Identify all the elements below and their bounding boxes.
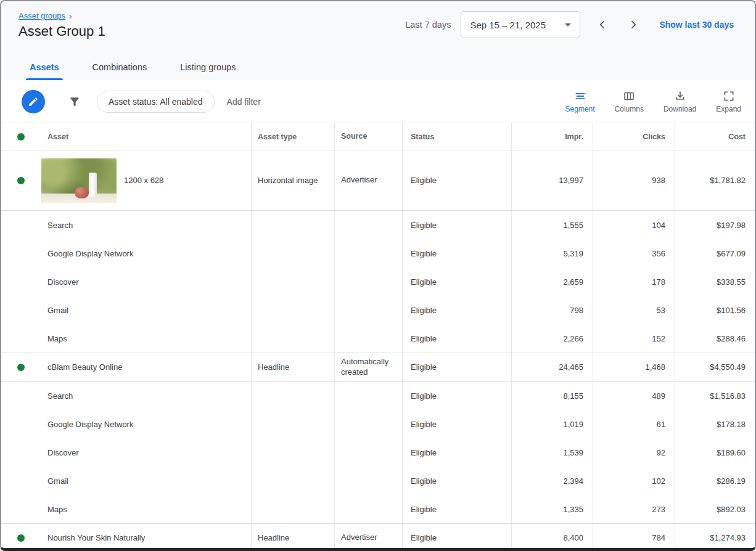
asset-label: Search [47, 221, 73, 230]
expand-icon [723, 90, 735, 102]
source-column-header[interactable]: Source [335, 123, 403, 150]
asset-cell: Google Display Network [1, 410, 252, 438]
channel-row[interactable]: SearchEligible8,155489$1,516.83 [1, 382, 755, 410]
asset-column-header[interactable]: Asset [1, 123, 252, 150]
clicks-cell: 61 [593, 410, 675, 438]
asset-thumbnail-image[interactable] [41, 158, 117, 203]
asset-label: Search [47, 391, 73, 401]
asset-label: 1200 x 628 [124, 176, 163, 185]
type-cell [252, 410, 335, 438]
impr-cell: 2,394 [512, 467, 593, 495]
next-period-button[interactable] [625, 16, 642, 33]
impressions-column-header[interactable]: Impr. [512, 123, 593, 150]
asset-header-label: Asset [47, 133, 68, 141]
clicks-cell: 489 [593, 382, 675, 410]
status-cell: Eligible [403, 438, 512, 467]
impr-cell: 1,335 [512, 495, 593, 523]
thumbnail-tube-shape [89, 173, 97, 197]
expand-button[interactable]: Expand [716, 90, 741, 113]
type-cell [252, 495, 335, 523]
asset-type-column-header[interactable]: Asset type [252, 123, 335, 150]
asset-cell: Maps [1, 324, 252, 353]
source-cell: Automatically created [335, 353, 403, 381]
asset-group-page: Asset groups › Asset Group 1 Last 7 days… [0, 0, 756, 551]
breadcrumb-link-asset-groups[interactable]: Asset groups [18, 11, 65, 20]
clicks-cell: 356 [593, 239, 675, 267]
status-enabled-dot-icon [17, 177, 25, 184]
tab-combinations[interactable]: Combinations [90, 56, 150, 80]
channel-row[interactable]: DiscoverEligible1,53992$189.60 [1, 438, 755, 467]
impr-cell: 8,400 [512, 524, 593, 551]
channel-row[interactable]: MapsEligible1,335273$892.03 [1, 495, 755, 523]
cost-column-header[interactable]: Cost [675, 123, 755, 150]
cost-cell: $4,550.49 [675, 353, 755, 381]
channel-row[interactable]: GmailEligible2,394102$286.19 [1, 467, 755, 495]
source-cell [335, 211, 403, 239]
status-cell: Eligible [403, 495, 512, 523]
edit-button[interactable] [22, 90, 45, 113]
impr-cell: 13,997 [512, 150, 593, 210]
channel-row[interactable]: Google Display NetworkEligible5,319356$6… [1, 239, 755, 267]
channel-row[interactable]: MapsEligible2,266152$288.46 [1, 324, 755, 353]
type-cell [252, 211, 335, 239]
expand-label: Expand [716, 105, 741, 113]
clicks-cell: 102 [593, 467, 675, 495]
type-cell [252, 296, 335, 324]
status-cell: Eligible [403, 353, 512, 381]
impr-cell: 1,019 [512, 410, 593, 438]
impr-cell: 2,659 [512, 267, 593, 296]
asset-status-filter-chip[interactable]: Asset status: All enabled [97, 91, 215, 113]
clicks-cell: 53 [593, 296, 675, 324]
show-last-30-days-link[interactable]: Show last 30 days [659, 20, 734, 30]
asset-label: Maps [47, 505, 67, 514]
filter-button[interactable] [68, 96, 81, 108]
channel-row[interactable]: Google Display NetworkEligible1,01961$17… [1, 410, 755, 438]
asset-label: Discover [47, 277, 79, 287]
asset-row[interactable]: 1200 x 628Horizontal imageAdvertiserElig… [1, 150, 755, 211]
type-cell [252, 239, 335, 267]
add-filter-button[interactable]: Add filter [227, 97, 261, 107]
download-button[interactable]: Download [664, 90, 696, 113]
type-cell [252, 324, 335, 353]
segment-button[interactable]: Segment [565, 90, 595, 113]
impr-cell: 798 [512, 296, 593, 324]
status-column-header[interactable]: Status [403, 123, 512, 150]
download-label: Download [664, 105, 696, 113]
channel-row[interactable]: SearchEligible1,555104$197.98 [1, 211, 755, 239]
source-cell [335, 410, 403, 438]
asset-cell: Discover [1, 267, 252, 296]
asset-label: Gmail [47, 306, 68, 315]
type-cell: Headline [252, 353, 335, 381]
cost-cell: $892.03 [675, 495, 755, 523]
asset-label: Discover [47, 448, 79, 457]
clicks-cell: 104 [593, 211, 675, 239]
asset-row[interactable]: cBlam Beauty OnlineHeadlineAutomatically… [1, 353, 755, 382]
impr-cell: 5,319 [512, 239, 593, 267]
status-enabled-dot-icon[interactable] [17, 133, 25, 141]
clicks-column-header[interactable]: Clicks [593, 123, 675, 150]
clicks-cell: 784 [593, 524, 675, 551]
status-cell: Eligible [403, 239, 512, 267]
channel-row[interactable]: GmailEligible79853$101.56 [1, 296, 755, 324]
cost-cell: $1,274.93 [675, 524, 755, 551]
tab-assets[interactable]: Assets [27, 56, 62, 80]
clicks-cell: 152 [593, 324, 675, 353]
asset-cell: Search [1, 211, 252, 239]
previous-period-button[interactable] [594, 16, 611, 33]
asset-cell: Gmail [1, 467, 252, 495]
cost-cell: $1,516.83 [675, 382, 755, 410]
tab-listing-groups[interactable]: Listing groups [178, 56, 238, 80]
type-cell: Headline [252, 524, 335, 551]
type-cell [252, 267, 335, 296]
date-range-selector[interactable]: Sep 15 – 21, 2025 [461, 11, 580, 38]
source-cell [335, 438, 403, 467]
asset-label: Google Display Network [47, 249, 133, 258]
status-cell: Eligible [403, 324, 512, 353]
chevron-left-icon [596, 18, 609, 31]
table-body: 1200 x 628Horizontal imageAdvertiserElig… [1, 150, 755, 551]
asset-row[interactable]: Nourish Your Skin NaturallyHeadlineAdver… [1, 523, 755, 551]
columns-button[interactable]: Columns [615, 90, 644, 113]
asset-label: Nourish Your Skin Naturally [47, 533, 145, 542]
table-actions: Segment Columns Download Expand [565, 90, 741, 113]
channel-row[interactable]: DiscoverEligible2,659178$338.55 [1, 267, 755, 296]
